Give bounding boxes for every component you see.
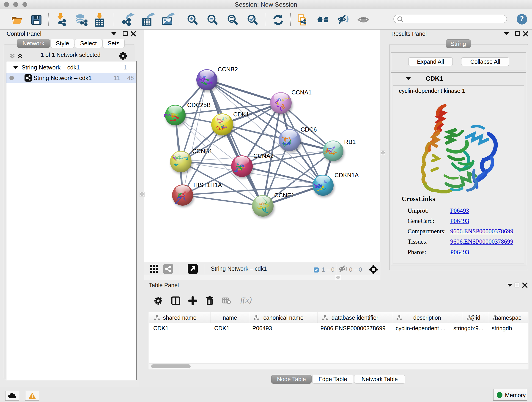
svg-text:HIST1H1A: HIST1H1A	[193, 182, 222, 188]
svg-text:CCNB1: CCNB1	[192, 148, 212, 154]
svg-text:CCNB2: CCNB2	[218, 66, 238, 73]
svg-text:RB1: RB1	[344, 138, 356, 145]
svg-text:CDC6: CDC6	[301, 126, 317, 133]
svg-text:CDC25B: CDC25B	[187, 102, 211, 108]
svg-text:CDKN1A: CDKN1A	[335, 172, 359, 179]
svg-text:CCNE1: CCNE1	[274, 192, 294, 199]
svg-text:CCNA2: CCNA2	[253, 153, 273, 159]
svg-text:CDK1: CDK1	[233, 111, 249, 118]
svg-text:CCNA1: CCNA1	[291, 89, 312, 96]
